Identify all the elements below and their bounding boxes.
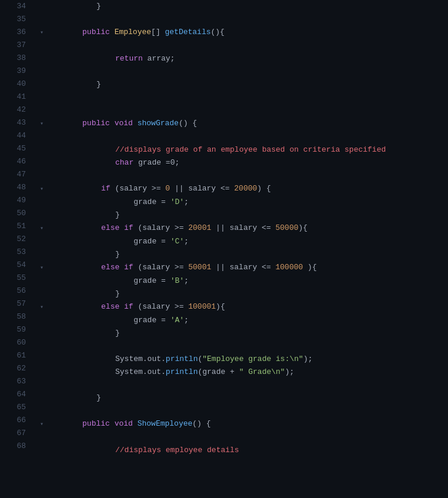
code-line-52: grade = 'C';: [40, 235, 448, 248]
ln-55: 55: [0, 272, 26, 285]
ln-48: 48: [0, 181, 26, 194]
code-line-68: //displays employee details: [40, 444, 448, 457]
ln-36: 36: [0, 26, 26, 39]
ln-60: 60: [0, 336, 26, 349]
line-number-gutter: 34 35 36 37 38 39 40 41 42 43 44 45 46 4…: [0, 0, 31, 457]
ln-35: 35: [0, 13, 26, 26]
code-editor: 34 35 36 37 38 39 40 41 42 43 44 45 46 4…: [0, 0, 448, 457]
ln-68: 68: [0, 440, 26, 453]
ln-53: 53: [0, 246, 26, 259]
code-line-56: }: [40, 288, 448, 300]
ln-57: 57: [0, 298, 26, 310]
ln-34: 34: [0, 0, 26, 13]
ln-42: 42: [0, 103, 26, 116]
ln-63: 63: [0, 375, 26, 388]
ln-39: 39: [0, 65, 26, 78]
ln-44: 44: [0, 129, 26, 142]
ln-66: 66: [0, 414, 26, 427]
ln-67: 67: [0, 427, 26, 440]
ln-50: 50: [0, 207, 26, 220]
code-line-58: grade = 'A';: [40, 314, 448, 327]
code-line-53: }: [40, 248, 448, 261]
ln-61: 61: [0, 349, 26, 362]
code-line-40: }: [40, 78, 448, 91]
code-line-51: ▾else if (salary >= 20001 || salary <= 5…: [40, 222, 448, 235]
code-line-35: [40, 13, 448, 26]
ln-62: 62: [0, 362, 26, 375]
code-line-43: ▾public void showGrade() {: [40, 117, 448, 131]
ln-54: 54: [0, 259, 26, 272]
code-line-67: [40, 431, 448, 444]
ln-52: 52: [0, 233, 26, 246]
code-line-45: //displays grade of an employee based on…: [40, 143, 448, 156]
ln-58: 58: [0, 310, 26, 323]
ln-64: 64: [0, 388, 26, 401]
code-line-34: }: [40, 0, 448, 13]
code-line-59: }: [40, 327, 448, 340]
code-line-41: [40, 91, 448, 104]
ln-47: 47: [0, 168, 26, 181]
ln-40: 40: [0, 78, 26, 91]
ln-38: 38: [0, 52, 26, 65]
code-line-60: [40, 340, 448, 353]
code-line-36: ▾public Employee[] getDetails(){: [40, 26, 448, 39]
ln-46: 46: [0, 155, 26, 168]
ln-43: 43: [0, 116, 26, 129]
ln-59: 59: [0, 323, 26, 336]
code-line-66: ▾public void ShowEmployee() {: [40, 417, 448, 431]
ln-41: 41: [0, 91, 26, 103]
code-line-57: ▾else if (salary >= 100001){: [40, 300, 448, 314]
ln-37: 37: [0, 39, 26, 52]
code-line-46: char grade =0;: [40, 156, 448, 169]
code-line-65: [40, 405, 448, 417]
code-line-37: [40, 39, 448, 52]
ln-51: 51: [0, 220, 26, 233]
ln-45: 45: [0, 142, 26, 155]
code-line-38: return array;: [40, 52, 448, 65]
code-line-39: [40, 65, 448, 78]
code-line-54: ▾else if (salary >= 50001 || salary <= 1…: [40, 261, 448, 275]
code-line-49: grade = 'D';: [40, 196, 448, 209]
ln-65: 65: [0, 401, 26, 414]
code-line-64: }: [40, 392, 448, 405]
code-line-63: [40, 379, 448, 392]
code-content: } ▾public Employee[] getDetails(){ retur…: [31, 0, 448, 457]
code-line-42: [40, 104, 448, 117]
code-line-50: }: [40, 209, 448, 222]
code-line-55: grade = 'B';: [40, 275, 448, 288]
code-line-44: [40, 131, 448, 143]
code-line-62: System.out.println(grade + " Grade\n");: [40, 366, 448, 379]
code-line-61: System.out.println("Employee grade is:\n…: [40, 353, 448, 366]
code-line-47: [40, 169, 448, 182]
ln-49: 49: [0, 194, 26, 207]
code-line-48: ▾if (salary >= 0 || salary <= 20000) {: [40, 182, 448, 196]
ln-56: 56: [0, 285, 26, 298]
